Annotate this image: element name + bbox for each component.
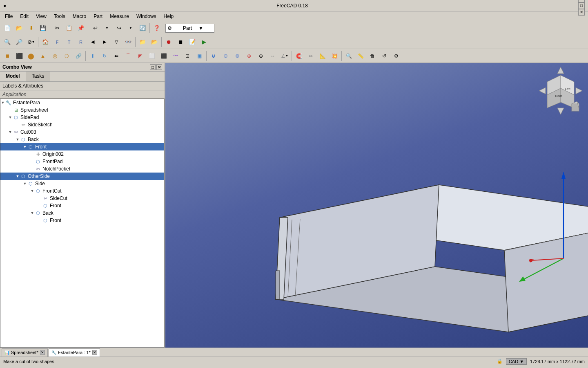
workbench-dropdown[interactable]: ⚙ Part ▼ <box>165 24 214 33</box>
tree-expand-arrow[interactable]: ▼ <box>8 115 13 119</box>
tree-item[interactable]: ▼⬡Front <box>0 143 164 150</box>
sweep-button[interactable]: 〜 <box>170 50 181 62</box>
record-button[interactable]: ⏺ <box>163 36 174 48</box>
tree-item[interactable]: ▼⬡Side <box>0 180 164 187</box>
save-button[interactable]: 💾 <box>37 22 49 34</box>
menu-item-edit[interactable]: Edit <box>17 13 32 20</box>
front-view-button[interactable]: F <box>51 36 63 48</box>
tree-item[interactable]: ▼⬡SidePad <box>0 114 164 121</box>
recent-button[interactable]: ⬇ <box>25 22 37 34</box>
cut-button[interactable]: ✂ <box>51 22 63 34</box>
part-mirror-button[interactable]: ⇔ <box>305 50 316 62</box>
tree-item[interactable]: ▼✂Cut003 <box>0 128 164 136</box>
fit-selection-button[interactable]: 🔎 <box>13 36 25 48</box>
revolve-button[interactable]: ↻ <box>99 50 110 62</box>
tree-item[interactable]: ▼⬡Back <box>0 209 164 217</box>
home-view-button[interactable]: 🏠 <box>40 36 51 48</box>
cube-button[interactable]: ■ <box>2 50 13 62</box>
loft-button[interactable]: ⬛ <box>158 50 169 62</box>
fit-all-button[interactable]: 🔍 <box>2 36 13 48</box>
tree-item[interactable]: ⊞Spreadsheet <box>0 106 164 114</box>
intersect-button[interactable]: ⊗ <box>232 50 243 62</box>
menu-item-macro[interactable]: Macro <box>69 13 89 20</box>
play-button[interactable]: ▶ <box>198 36 210 48</box>
draft-button[interactable]: 📐 <box>317 50 328 62</box>
menu-item-view[interactable]: View <box>33 13 50 20</box>
offset-button[interactable]: ⊡ <box>182 50 193 62</box>
measure-angular-button[interactable]: ∠▼ <box>279 50 290 62</box>
tree-item[interactable]: ▼🔧EstantePara <box>0 99 164 106</box>
undo-arrow[interactable]: ▼ <box>101 22 113 34</box>
tree-item[interactable]: ✂SideCut <box>0 195 164 202</box>
refresh2-button[interactable]: ↺ <box>379 50 390 62</box>
measure-all-button[interactable]: 📏 <box>355 50 366 62</box>
union-button[interactable]: ⊌ <box>208 50 219 62</box>
tree-expand-arrow[interactable]: ▼ <box>15 174 20 178</box>
spreadsheet-tab-close[interactable]: ✕ <box>40 350 45 355</box>
top-view-button[interactable]: T <box>63 36 75 48</box>
tree-item[interactable]: ⬡Front <box>0 217 164 224</box>
measure-clear-button[interactable]: 🗑 <box>367 50 378 62</box>
undo-button[interactable]: ↩ <box>89 22 101 34</box>
settings-button[interactable]: ⚙ <box>390 50 402 62</box>
redo-arrow[interactable]: ▼ <box>125 22 136 34</box>
tree-expand-arrow[interactable]: ▼ <box>30 211 35 215</box>
menu-item-windows[interactable]: Windows <box>133 13 160 20</box>
attach-button[interactable]: 🧲 <box>293 50 305 62</box>
bottom-tab-spreadsheet[interactable]: 📊 Spreadsheet* ✕ <box>2 348 48 357</box>
bottom-view-button[interactable]: ▽ <box>111 36 122 48</box>
tab-model[interactable]: Model <box>0 72 26 81</box>
tree-expand-arrow[interactable]: ▼ <box>0 101 5 105</box>
zoom-fit-button[interactable]: 🔍 <box>343 50 354 62</box>
section-button[interactable]: ⊕ <box>243 50 255 62</box>
measure-linear-button[interactable]: ↔ <box>267 50 278 62</box>
tree-view[interactable]: ▼🔧EstantePara ⊞Spreadsheet▼⬡SidePad ✏Sid… <box>0 99 165 348</box>
pad-button[interactable]: ⬆ <box>87 50 98 62</box>
tree-item[interactable]: ✏SideSketch <box>0 121 164 128</box>
bottom-tab-estantepara[interactable]: 🔧 EstantePara : 1* ✕ <box>49 348 100 357</box>
macro-edit-button[interactable]: 📝 <box>187 36 198 48</box>
paste-button[interactable]: 📌 <box>75 22 87 34</box>
menu-item-measure[interactable]: Measure <box>107 13 132 20</box>
part3-button[interactable]: ⬜ <box>146 50 158 62</box>
tree-item[interactable]: ▼⬡OtherSide <box>0 173 164 180</box>
tree-expand-arrow[interactable]: ▼ <box>22 145 27 149</box>
torus-button[interactable]: ◎ <box>49 50 60 62</box>
cylinder-button[interactable]: ⬛ <box>13 50 25 62</box>
combo-close-button[interactable]: ✕ <box>156 64 162 70</box>
tree-item[interactable]: ✂NotchPocket <box>0 165 164 173</box>
sphere-button[interactable]: ⬤ <box>25 50 37 62</box>
primitives-button[interactable]: ⬡ <box>61 50 72 62</box>
menu-item-help[interactable]: Help <box>160 13 177 20</box>
stop-button[interactable]: ⏹ <box>175 36 186 48</box>
tree-item[interactable]: ✚Origin002 <box>0 150 164 158</box>
copy-button[interactable]: 📋 <box>63 22 75 34</box>
right-view-button[interactable]: R <box>75 36 87 48</box>
fillet-button[interactable]: ⌒ <box>122 50 134 62</box>
viewport[interactable]: X Z Y Rea <box>165 63 588 348</box>
groove-button[interactable]: ⬅ <box>111 50 122 62</box>
tree-item[interactable]: ⬡FrontPad <box>0 158 164 165</box>
tree-item[interactable]: ▼⬡FrontCut <box>0 187 164 195</box>
help-button[interactable]: ❓ <box>151 22 163 34</box>
shapebinder-button[interactable]: 🔗 <box>73 50 84 62</box>
tree-expand-arrow[interactable]: ▼ <box>22 182 27 186</box>
tab-tasks[interactable]: Tasks <box>26 72 51 81</box>
cone-button[interactable]: ▲ <box>37 50 49 62</box>
menu-item-tools[interactable]: Tools <box>51 13 69 20</box>
open-button[interactable]: 📂 <box>13 22 25 34</box>
new-group-button[interactable]: 📁 <box>137 36 148 48</box>
chamfer-button[interactable]: ◤ <box>134 50 146 62</box>
combo-float-button[interactable]: □ <box>150 64 156 70</box>
estantepara-tab-close[interactable]: ✕ <box>92 350 97 355</box>
tree-item[interactable]: ⬡Front <box>0 202 164 209</box>
draw-style-button[interactable]: ⊘▼ <box>25 36 37 48</box>
tree-expand-arrow[interactable]: ▼ <box>8 130 13 134</box>
menu-item-part[interactable]: Part <box>90 13 106 20</box>
close-button[interactable]: ✕ <box>578 9 585 16</box>
redo-button[interactable]: ↪ <box>113 22 125 34</box>
open-file-button[interactable]: 📂 <box>149 36 160 48</box>
section2-button[interactable]: ⊝ <box>255 50 267 62</box>
explode-button[interactable]: 💥 <box>329 50 340 62</box>
nav-cube[interactable]: Rear Left <box>538 66 583 123</box>
